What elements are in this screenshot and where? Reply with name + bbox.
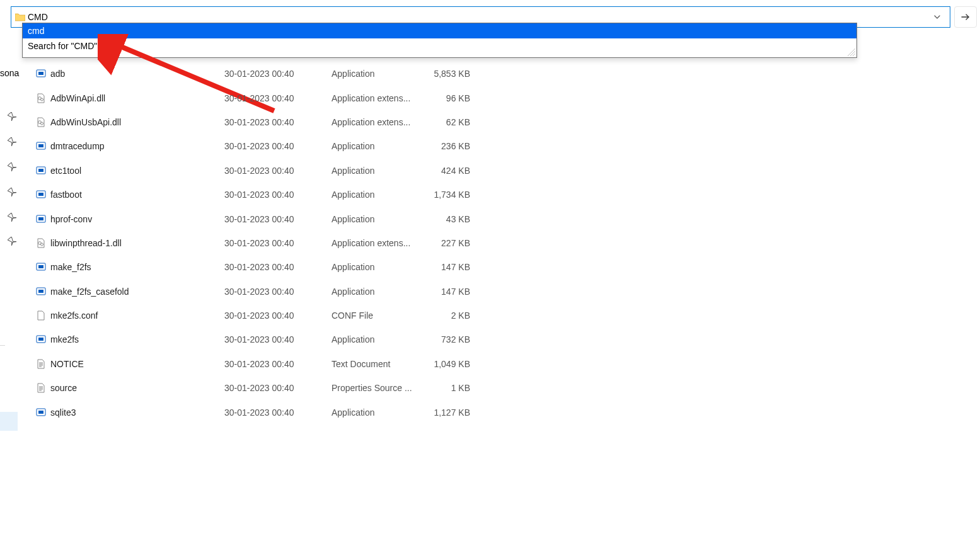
app-file-icon — [35, 261, 47, 273]
file-list: adb30-01-2023 00:40Application5,853 KBAd… — [35, 62, 980, 546]
file-size: 62 KB — [432, 117, 470, 127]
file-row[interactable]: hprof-conv30-01-2023 00:40Application43 … — [35, 207, 980, 230]
file-size: 1,734 KB — [432, 190, 470, 200]
file-name: adb — [50, 69, 65, 79]
file-name: hprof-conv — [50, 214, 92, 224]
file-row[interactable]: adb30-01-2023 00:40Application5,853 KB — [35, 62, 980, 86]
file-date: 30-01-2023 00:40 — [224, 383, 331, 393]
file-date: 30-01-2023 00:40 — [224, 407, 331, 418]
app-file-icon — [35, 140, 47, 152]
file-type: Application — [331, 190, 432, 200]
file-row[interactable]: make_f2fs30-01-2023 00:40Application147 … — [35, 255, 980, 279]
file-date: 30-01-2023 00:40 — [224, 117, 331, 127]
file-name: etc1tool — [50, 166, 81, 176]
file-name: fastboot — [50, 190, 82, 200]
file-type: Text Document — [331, 359, 432, 369]
sidebar-item-active[interactable] — [0, 412, 18, 431]
file-size: 1,127 KB — [432, 407, 470, 418]
file-type: Application extens... — [331, 238, 432, 248]
pin-icon — [8, 188, 16, 196]
pin-icon — [8, 137, 16, 146]
file-size: 1 KB — [432, 383, 470, 393]
file-row[interactable]: AdbWinApi.dll30-01-2023 00:40Application… — [35, 86, 980, 110]
text-file-icon — [35, 382, 47, 394]
file-date: 30-01-2023 00:40 — [224, 166, 331, 176]
file-type: Application — [331, 407, 432, 418]
file-date: 30-01-2023 00:40 — [224, 310, 331, 321]
file-size: 147 KB — [432, 287, 470, 297]
file-name: AdbWinUsbApi.dll — [50, 117, 121, 127]
autocomplete-item-selected[interactable]: cmd — [23, 23, 856, 38]
file-date: 30-01-2023 00:40 — [224, 262, 331, 272]
file-date: 30-01-2023 00:40 — [224, 141, 331, 151]
file-row[interactable]: NOTICE30-01-2023 00:40Text Document1,049… — [35, 352, 980, 376]
file-date: 30-01-2023 00:40 — [224, 359, 331, 369]
app-file-icon — [35, 189, 47, 200]
file-size: 227 KB — [432, 238, 470, 248]
file-row[interactable]: source30-01-2023 00:40Properties Source … — [35, 376, 980, 400]
autocomplete-search-item[interactable]: Search for "CMD" — [23, 38, 856, 54]
file-row[interactable]: libwinpthread-1.dll30-01-2023 00:40Appli… — [35, 231, 980, 255]
file-name: AdbWinApi.dll — [50, 93, 105, 103]
file-row[interactable]: fastboot30-01-2023 00:40Application1,734… — [35, 183, 980, 207]
file-type: Application extens... — [331, 93, 432, 103]
app-file-icon — [35, 68, 47, 79]
file-row[interactable]: etc1tool30-01-2023 00:40Application424 K… — [35, 159, 980, 183]
go-button[interactable] — [954, 6, 977, 28]
file-size: 2 KB — [432, 310, 470, 321]
file-row[interactable]: mke2fs.conf30-01-2023 00:40CONF File2 KB — [35, 304, 980, 327]
file-name: sqlite3 — [50, 407, 76, 418]
folder-icon — [15, 13, 25, 21]
file-row[interactable]: mke2fs30-01-2023 00:40Application732 KB — [35, 327, 980, 351]
text-file-icon — [35, 358, 47, 370]
sidebar-divider — [0, 345, 5, 346]
dll-file-icon — [35, 93, 47, 104]
sidebar-label: sona — [0, 68, 19, 78]
app-file-icon — [35, 286, 47, 297]
file-name: make_f2fs — [50, 262, 91, 272]
file-size: 43 KB — [432, 214, 470, 224]
file-date: 30-01-2023 00:40 — [224, 69, 331, 79]
file-size: 732 KB — [432, 334, 470, 344]
app-file-icon — [35, 334, 47, 345]
file-type: Application — [331, 287, 432, 297]
file-row[interactable]: sqlite330-01-2023 00:40Application1,127 … — [35, 400, 980, 424]
file-date: 30-01-2023 00:40 — [224, 287, 331, 297]
file-name: NOTICE — [50, 359, 84, 369]
file-date: 30-01-2023 00:40 — [224, 93, 331, 103]
file-type: CONF File — [331, 310, 432, 321]
file-type: Application — [331, 166, 432, 176]
pin-icon — [8, 237, 16, 246]
pin-icon — [8, 213, 16, 222]
file-row[interactable]: dmtracedump30-01-2023 00:40Application23… — [35, 134, 980, 158]
file-size: 236 KB — [432, 141, 470, 151]
file-size: 5,853 KB — [432, 69, 470, 79]
address-input[interactable] — [25, 11, 928, 23]
file-row[interactable]: make_f2fs_casefold30-01-2023 00:40Applic… — [35, 280, 980, 304]
pin-icon — [8, 112, 16, 121]
dll-file-icon — [35, 117, 47, 128]
file-size: 96 KB — [432, 93, 470, 103]
file-type: Application — [331, 214, 432, 224]
file-row[interactable]: AdbWinUsbApi.dll30-01-2023 00:40Applicat… — [35, 110, 980, 134]
file-name: source — [50, 383, 77, 393]
file-date: 30-01-2023 00:40 — [224, 214, 331, 224]
chevron-down-icon[interactable] — [928, 13, 946, 21]
file-file-icon — [35, 310, 47, 321]
file-size: 424 KB — [432, 166, 470, 176]
file-type: Application extens... — [331, 117, 432, 127]
file-type: Properties Source ... — [331, 383, 432, 393]
pin-icon — [8, 162, 16, 171]
file-name: dmtracedump — [50, 141, 105, 151]
file-size: 147 KB — [432, 262, 470, 272]
file-type: Application — [331, 141, 432, 151]
file-date: 30-01-2023 00:40 — [224, 334, 331, 344]
file-name: mke2fs.conf — [50, 310, 98, 321]
app-file-icon — [35, 407, 47, 418]
file-name: libwinpthread-1.dll — [50, 238, 122, 248]
file-name: make_f2fs_casefold — [50, 287, 129, 297]
file-date: 30-01-2023 00:40 — [224, 190, 331, 200]
file-size: 1,049 KB — [432, 359, 470, 369]
resize-grip-icon[interactable] — [848, 48, 855, 56]
app-file-icon — [35, 213, 47, 225]
